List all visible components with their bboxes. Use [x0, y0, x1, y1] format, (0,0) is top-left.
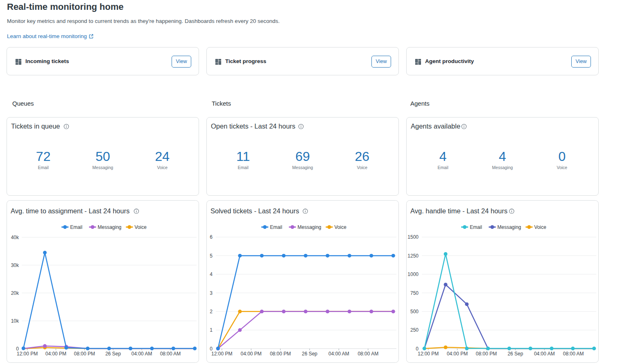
svg-text:40k: 40k [11, 235, 19, 240]
svg-text:Voice: Voice [135, 224, 147, 230]
svg-text:12:00 PM: 12:00 PM [418, 351, 439, 357]
svg-text:08:00 PM: 08:00 PM [74, 351, 95, 357]
svg-text:12:00 PM: 12:00 PM [211, 351, 232, 357]
svg-text:04:00 PM: 04:00 PM [241, 351, 262, 357]
svg-text:12:00 PM: 12:00 PM [17, 351, 38, 357]
svg-text:04:00 AM: 04:00 AM [534, 351, 555, 357]
svg-text:Email: Email [70, 224, 82, 230]
svg-text:08:00 AM: 08:00 AM [563, 351, 584, 357]
svg-text:26 Sep: 26 Sep [105, 351, 121, 357]
svg-text:08:00 PM: 08:00 PM [270, 351, 291, 357]
svg-text:1500: 1500 [407, 234, 419, 240]
svg-text:04:00 AM: 04:00 AM [131, 351, 152, 357]
svg-text:Avg. time to assignment - Last: Avg. time to assignment - Last 24 hours [11, 207, 129, 215]
svg-text:Messaging: Messaging [298, 224, 321, 230]
svg-text:08:00 PM: 08:00 PM [476, 351, 497, 357]
svg-text:5: 5 [210, 253, 213, 259]
svg-text:Messaging: Messaging [98, 224, 122, 230]
svg-text:2: 2 [210, 309, 213, 314]
svg-text:04:00 AM: 04:00 AM [328, 351, 349, 357]
svg-text:Voice: Voice [534, 224, 547, 230]
svg-text:Email: Email [270, 224, 282, 230]
svg-text:1250: 1250 [407, 253, 419, 259]
svg-text:750: 750 [410, 290, 419, 296]
svg-text:08:00 AM: 08:00 AM [160, 351, 181, 357]
svg-text:4: 4 [210, 271, 213, 277]
svg-text:3: 3 [210, 290, 213, 296]
svg-text:Messaging: Messaging [498, 224, 521, 230]
svg-text:6: 6 [210, 234, 213, 240]
svg-text:20k: 20k [11, 290, 19, 296]
svg-text:30k: 30k [11, 262, 19, 268]
svg-text:250: 250 [410, 327, 419, 333]
svg-text:04:00 PM: 04:00 PM [447, 351, 468, 357]
svg-text:Avg. handle time - Last 24 hou: Avg. handle time - Last 24 hours [410, 207, 507, 215]
svg-text:08:00 AM: 08:00 AM [358, 351, 378, 357]
svg-text:500: 500 [410, 309, 419, 314]
svg-text:26 Sep: 26 Sep [507, 351, 523, 357]
svg-text:1000: 1000 [407, 271, 419, 277]
svg-text:10k: 10k [11, 318, 19, 324]
svg-text:1: 1 [210, 327, 213, 333]
svg-text:Solved tickets - Last 24 hours: Solved tickets - Last 24 hours [210, 207, 299, 215]
svg-text:Voice: Voice [335, 224, 347, 230]
svg-text:Email: Email [470, 224, 482, 230]
svg-text:04:00 PM: 04:00 PM [45, 351, 66, 357]
svg-text:26 Sep: 26 Sep [302, 351, 317, 357]
